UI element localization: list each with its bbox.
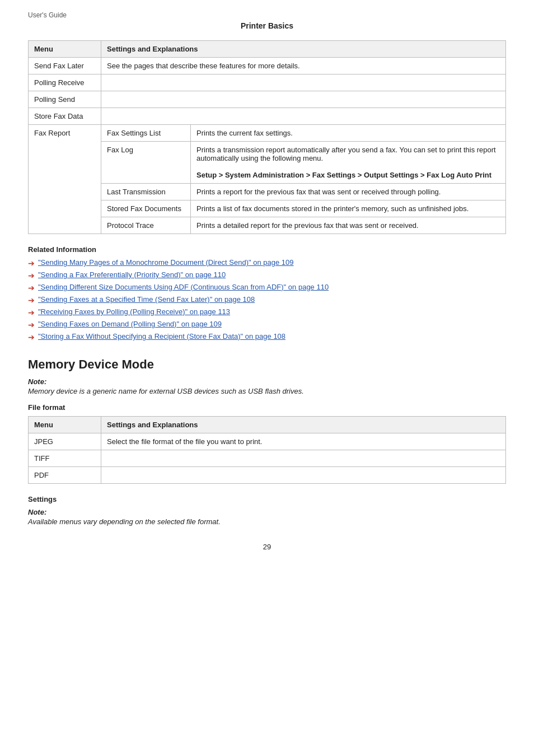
link-text[interactable]: "Sending Faxes at a Specified Time (Send…: [38, 295, 255, 304]
settings-subsection-title: Settings: [28, 495, 506, 503]
explanation-cell: Prints a report for the previous fax tha…: [191, 184, 506, 200]
memory-device-heading: Memory Device Mode: [28, 357, 506, 372]
link-text[interactable]: "Storing a Fax Without Specifying a Reci…: [38, 332, 285, 340]
explanation-cell: Prints a transmission report automatical…: [191, 142, 506, 184]
menu-cell: PDF: [29, 467, 101, 484]
explanation-cell: [101, 74, 506, 91]
settings-cell: Protocol Trace: [101, 217, 191, 234]
explanation-cell: Prints the current fax settings.: [191, 125, 506, 142]
menu-cell: JPEG: [29, 433, 101, 450]
explanation-cell: See the pages that describe these featur…: [101, 58, 506, 74]
arrow-icon: ➔: [28, 271, 35, 280]
table-row: Store Fax Data: [29, 108, 506, 125]
memory-device-section: Memory Device Mode Note: Memory device i…: [28, 357, 506, 526]
settings-cell: Fax Log: [101, 142, 191, 184]
menu-cell: TIFF: [29, 450, 101, 467]
menu-cell: Store Fax Data: [29, 108, 101, 125]
arrow-icon: ➔: [28, 259, 35, 268]
link-text[interactable]: "Sending Many Pages of a Monochrome Docu…: [38, 258, 294, 267]
file-format-col2-header: Settings and Explanations: [101, 417, 506, 433]
doc-header: User's Guide: [28, 11, 506, 19]
link-text[interactable]: "Sending Faxes on Demand (Polling Send)"…: [38, 320, 222, 328]
memory-device-note-label: Note:: [28, 377, 506, 386]
fax-table-col2-header: Settings and Explanations: [101, 41, 506, 58]
explanation-cell: [101, 91, 506, 108]
fax-table: Menu Settings and Explanations Send Fax …: [28, 40, 506, 234]
page-section-title: Printer Basics: [28, 21, 506, 30]
arrow-icon: ➔: [28, 296, 35, 305]
settings-cell: Stored Fax Documents: [101, 200, 191, 217]
related-link-item: ➔ "Sending a Fax Preferentially (Priorit…: [28, 270, 506, 280]
menu-cell: Fax Report: [29, 125, 101, 234]
explanation-cell: [101, 450, 506, 467]
table-row: Polling Receive: [29, 74, 506, 91]
table-row: TIFF: [29, 450, 506, 467]
settings-cell: Fax Settings List: [101, 125, 191, 142]
arrow-icon: ➔: [28, 308, 35, 317]
fax-log-text: Prints a transmission report automatical…: [196, 146, 496, 162]
table-row: PDF: [29, 467, 506, 484]
fax-table-col1-header: Menu: [29, 41, 101, 58]
related-link-item: ➔ "Sending Many Pages of a Monochrome Do…: [28, 258, 506, 268]
related-link-item: ➔ "Receiving Faxes by Polling (Polling R…: [28, 307, 506, 317]
related-link-item: ➔ "Storing a Fax Without Specifying a Re…: [28, 332, 506, 342]
explanation-cell: Select the file format of the file you w…: [101, 433, 506, 450]
settings-note-text: Available menus vary depending on the se…: [28, 517, 506, 526]
link-text[interactable]: "Sending Different Size Documents Using …: [38, 283, 329, 291]
menu-cell: Polling Send: [29, 91, 101, 108]
explanation-cell: Prints a detailed report for the previou…: [191, 217, 506, 234]
table-row: Fax Report Fax Settings List Prints the …: [29, 125, 506, 142]
file-format-col1-header: Menu: [29, 417, 101, 433]
arrow-icon: ➔: [28, 320, 35, 329]
settings-cell: Last Transmission: [101, 184, 191, 200]
related-info-title: Related Information: [28, 245, 506, 254]
table-row: Send Fax Later See the pages that descri…: [29, 58, 506, 74]
explanation-cell: [101, 108, 506, 125]
menu-cell: Send Fax Later: [29, 58, 101, 74]
fax-log-setup: Setup > System Administration > Fax Sett…: [196, 171, 491, 179]
settings-note-label: Note:: [28, 508, 506, 516]
file-format-title: File format: [28, 403, 506, 412]
link-text[interactable]: "Sending a Fax Preferentially (Priority …: [38, 270, 226, 279]
table-row: JPEG Select the file format of the file …: [29, 433, 506, 450]
page-number: 29: [28, 543, 506, 551]
menu-cell: Polling Receive: [29, 74, 101, 91]
related-link-item: ➔ "Sending Faxes on Demand (Polling Send…: [28, 320, 506, 329]
related-link-item: ➔ "Sending Faxes at a Specified Time (Se…: [28, 295, 506, 305]
related-info-section: Related Information ➔ "Sending Many Page…: [28, 245, 506, 342]
explanation-cell: Prints a list of fax documents stored in…: [191, 200, 506, 217]
explanation-cell: [101, 467, 506, 484]
file-format-table: Menu Settings and Explanations JPEG Sele…: [28, 416, 506, 484]
arrow-icon: ➔: [28, 333, 35, 342]
arrow-icon: ➔: [28, 283, 35, 292]
link-text[interactable]: "Receiving Faxes by Polling (Polling Rec…: [38, 307, 230, 316]
table-row: Polling Send: [29, 91, 506, 108]
related-link-item: ➔ "Sending Different Size Documents Usin…: [28, 283, 506, 292]
memory-device-note-text: Memory device is a generic name for exte…: [28, 387, 506, 395]
